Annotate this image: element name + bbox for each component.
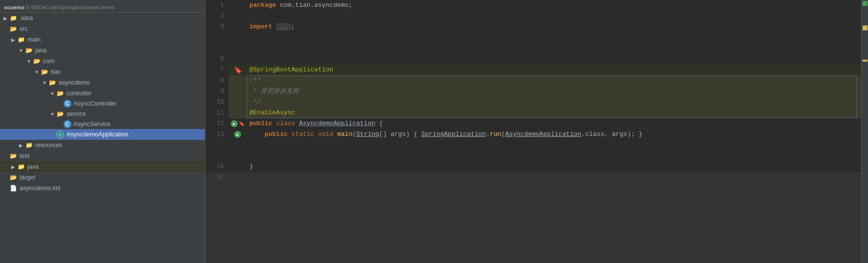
warning-hint2 (863, 60, 868, 62)
line-icons (229, 140, 246, 151)
sidebar-item-label: AsyncService (73, 121, 205, 128)
sidebar-item-label: controller (67, 90, 205, 97)
sidebar-item-AsyncdemoApplication[interactable]: AsyncdemoApplication (0, 129, 205, 140)
run-icon[interactable]: ▶ (231, 120, 238, 127)
sidebar-item-label: java (27, 163, 205, 170)
bookmark-icon[interactable]: 🔖 (234, 66, 242, 74)
line-number (205, 32, 229, 43)
line-icons (229, 32, 246, 43)
line-content (246, 172, 861, 263)
code-line (205, 43, 861, 54)
code-editor[interactable]: 1 package com.tian.asyncdemo; 2 3 import… (205, 0, 861, 263)
warning-hint (863, 25, 868, 30)
code-line: 10 */ (205, 97, 861, 108)
run-icon[interactable]: ▶ (234, 131, 241, 138)
sidebar-item-src[interactable]: 📂 src (0, 23, 205, 34)
line-icons: 🔖 (229, 65, 246, 75)
sidebar-header: ncuemo E:\IDEACode\Springboot\asyncdemo (0, 2, 205, 13)
line-icons: ▶ 🔖 (229, 118, 246, 129)
sidebar-item-tian[interactable]: ▼ 📂 tian (0, 66, 205, 77)
sidebar-item-iml[interactable]: 📄 asyncdemo.iml (0, 183, 205, 194)
sidebar-item-label: target (20, 174, 205, 181)
folder-icon: 📂 (56, 89, 65, 98)
sidebar-item-label: resources (35, 142, 205, 149)
line-icons (229, 108, 246, 118)
line-icons (229, 86, 246, 97)
svg-point-2 (60, 131, 61, 132)
folder-icon: 📂 (9, 152, 18, 160)
folder-icon: 📁 (17, 162, 25, 171)
sidebar-item-resources[interactable]: ▶ 📁 resources (0, 140, 205, 151)
line-number: 12 (205, 118, 229, 129)
line-icons (229, 151, 246, 161)
line-content: * 开启异步支持 (246, 86, 861, 97)
code-line: 6 (205, 54, 861, 65)
folder-icon: 📂 (48, 78, 57, 87)
line-content (246, 43, 861, 54)
line-icons (229, 22, 246, 32)
svg-point-4 (56, 134, 58, 135)
line-number (205, 140, 229, 151)
svg-point-3 (60, 137, 61, 138)
svg-point-5 (63, 134, 64, 135)
line-content (246, 32, 861, 43)
right-gutter (861, 0, 868, 263)
sidebar-item-label: asyncdemo (59, 79, 205, 86)
sidebar-item-label: java (35, 47, 205, 54)
sidebar-item-java[interactable]: ▼ 📂 java (0, 45, 205, 56)
sidebar-item-controller[interactable]: ▼ 📂 controller (0, 88, 205, 99)
class-icon: C (64, 100, 71, 108)
line-icons (229, 54, 246, 65)
line-content: @SpringBootApplication (246, 65, 861, 75)
line-icons (229, 75, 246, 86)
sidebar-item-main[interactable]: ▶ 📁 main (0, 34, 205, 45)
line-content: public class AsyncdemoApplication { (246, 118, 861, 129)
expand-arrow: ▶ (10, 164, 17, 170)
expand-arrow: ▼ (49, 91, 56, 96)
bookmark-icon2: 🔖 (239, 121, 245, 127)
line-icons: ▶ (229, 129, 246, 140)
sidebar-item-com[interactable]: ▼ 📂 com (0, 56, 205, 66)
line-content (246, 151, 861, 161)
class-icon: C (64, 120, 71, 128)
folder-icon: 📂 (40, 67, 49, 76)
expand-arrow: ▼ (33, 69, 40, 75)
expand-arrow: ▶ (2, 16, 9, 21)
sidebar-item-idea[interactable]: ▶ 📁 .idea (0, 13, 205, 23)
sidebar-item-AsyncService[interactable]: C AsyncService (0, 119, 205, 129)
sidebar-item-label: .idea (20, 15, 205, 22)
line-number: 6 (205, 54, 229, 65)
folder-icon: 📂 (9, 24, 18, 33)
line-number: 3 (205, 22, 229, 32)
line-icons (229, 0, 246, 11)
line-number: 9 (205, 86, 229, 97)
line-number: 11 (205, 108, 229, 118)
sidebar-item-test[interactable]: 📂 test (0, 151, 205, 161)
sidebar-item-label: src (20, 25, 205, 32)
sidebar-item-asyncdemo[interactable]: ▼ 📂 asyncdemo (0, 77, 205, 88)
code-content: 1 package com.tian.asyncdemo; 2 3 import… (205, 0, 861, 263)
project-name: ncuemo E:\IDEACode\Springboot\asyncdemo (4, 4, 114, 10)
file-icon: 📄 (9, 184, 18, 193)
folder-icon: 📁 (17, 35, 25, 44)
sidebar-item-AsyncController[interactable]: C AsyncController (0, 99, 205, 109)
editor-panel: 1 package com.tian.asyncdemo; 2 3 import… (205, 0, 861, 263)
sidebar-item-java-test[interactable]: ▶ 📁 java (0, 161, 205, 172)
sidebar-item-service[interactable]: ▼ 📂 service (0, 109, 205, 119)
line-content: import ...; (246, 22, 861, 32)
sidebar-item-label: com (43, 58, 205, 65)
line-content: /** (246, 75, 861, 86)
code-line: 2 (205, 11, 861, 22)
code-line: 13 ▶ public static void main(String[] ar… (205, 129, 861, 140)
sidebar-item-label: AsyncController (73, 100, 205, 107)
project-sidebar[interactable]: ncuemo E:\IDEACode\Springboot\asyncdemo … (0, 0, 205, 263)
error-hint (863, 1, 868, 6)
folder-icon: 📂 (9, 173, 18, 182)
line-content (246, 140, 861, 151)
line-number: 8 (205, 75, 229, 86)
line-number: 17 (205, 172, 229, 263)
sidebar-item-target[interactable]: 📂 target (0, 172, 205, 183)
folder-icon: 📂 (56, 110, 65, 118)
line-icons (229, 43, 246, 54)
line-icons (229, 11, 246, 22)
